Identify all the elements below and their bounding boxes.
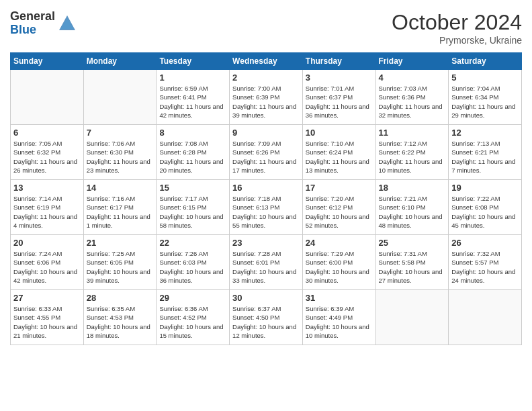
day-detail: Sunrise: 6:35 AM Sunset: 4:53 PM Dayligh…	[87, 304, 154, 340]
day-detail: Sunrise: 6:33 AM Sunset: 4:55 PM Dayligh…	[13, 304, 81, 340]
day-number: 7	[87, 128, 154, 138]
day-number: 10	[306, 128, 373, 138]
location: Prymorske, Ukraine	[392, 35, 522, 46]
day-number: 9	[232, 128, 300, 138]
day-number: 13	[13, 183, 81, 193]
day-detail: Sunrise: 7:16 AM Sunset: 6:17 PM Dayligh…	[87, 194, 154, 230]
day-number: 18	[379, 183, 446, 193]
svg-marker-1	[60, 18, 74, 29]
calendar-day-cell: 2Sunrise: 7:00 AM Sunset: 6:39 PM Daylig…	[230, 70, 303, 125]
day-number: 30	[232, 293, 300, 303]
title-block: October 2024 Prymorske, Ukraine	[392, 10, 522, 46]
calendar-day-cell: 13Sunrise: 7:14 AM Sunset: 6:19 PM Dayli…	[11, 180, 84, 235]
logo-general: General	[10, 10, 55, 24]
calendar-day-cell: 11Sunrise: 7:12 AM Sunset: 6:22 PM Dayli…	[375, 125, 449, 180]
weekday-header: Saturday	[449, 53, 522, 70]
day-detail: Sunrise: 7:00 AM Sunset: 6:39 PM Dayligh…	[232, 84, 300, 120]
day-number: 4	[379, 73, 446, 83]
weekday-header: Thursday	[302, 53, 375, 70]
calendar-day-cell: 10Sunrise: 7:10 AM Sunset: 6:24 PM Dayli…	[302, 125, 375, 180]
day-number: 15	[159, 183, 226, 193]
day-number: 24	[306, 238, 373, 248]
day-detail: Sunrise: 7:08 AM Sunset: 6:28 PM Dayligh…	[159, 139, 226, 175]
day-number: 23	[232, 238, 300, 248]
logo-blue: Blue	[10, 24, 55, 37]
calendar-day-cell: 28Sunrise: 6:35 AM Sunset: 4:53 PM Dayli…	[83, 290, 157, 345]
calendar-day-cell: 30Sunrise: 6:37 AM Sunset: 4:50 PM Dayli…	[230, 290, 303, 345]
day-number: 21	[87, 238, 154, 248]
day-number: 26	[451, 238, 519, 248]
day-detail: Sunrise: 7:25 AM Sunset: 6:05 PM Dayligh…	[87, 249, 154, 285]
day-detail: Sunrise: 7:28 AM Sunset: 6:01 PM Dayligh…	[232, 249, 300, 285]
day-detail: Sunrise: 7:29 AM Sunset: 6:00 PM Dayligh…	[306, 249, 373, 285]
weekday-header: Wednesday	[230, 53, 303, 70]
day-detail: Sunrise: 6:59 AM Sunset: 6:41 PM Dayligh…	[159, 84, 226, 120]
calendar-day-cell	[83, 70, 157, 125]
calendar-day-cell: 8Sunrise: 7:08 AM Sunset: 6:28 PM Daylig…	[157, 125, 230, 180]
day-number: 29	[159, 293, 226, 303]
day-detail: Sunrise: 7:09 AM Sunset: 6:26 PM Dayligh…	[232, 139, 300, 175]
day-detail: Sunrise: 7:22 AM Sunset: 6:08 PM Dayligh…	[451, 194, 519, 230]
calendar-day-cell: 17Sunrise: 7:20 AM Sunset: 6:12 PM Dayli…	[302, 180, 375, 235]
day-number: 5	[451, 73, 519, 83]
calendar: SundayMondayTuesdayWednesdayThursdayFrid…	[10, 52, 522, 345]
day-number: 22	[159, 238, 226, 248]
day-number: 6	[13, 128, 81, 138]
calendar-day-cell: 25Sunrise: 7:31 AM Sunset: 5:58 PM Dayli…	[375, 235, 449, 290]
day-number: 19	[451, 183, 519, 193]
day-detail: Sunrise: 6:39 AM Sunset: 4:49 PM Dayligh…	[306, 304, 373, 340]
day-number: 17	[306, 183, 373, 193]
day-number: 11	[379, 128, 446, 138]
day-detail: Sunrise: 7:05 AM Sunset: 6:32 PM Dayligh…	[13, 139, 81, 175]
day-detail: Sunrise: 7:01 AM Sunset: 6:37 PM Dayligh…	[306, 84, 373, 120]
day-detail: Sunrise: 7:21 AM Sunset: 6:10 PM Dayligh…	[379, 194, 446, 230]
calendar-day-cell: 6Sunrise: 7:05 AM Sunset: 6:32 PM Daylig…	[11, 125, 84, 180]
day-number: 12	[451, 128, 519, 138]
day-detail: Sunrise: 7:10 AM Sunset: 6:24 PM Dayligh…	[306, 139, 373, 175]
calendar-day-cell: 20Sunrise: 7:24 AM Sunset: 6:06 PM Dayli…	[11, 235, 84, 290]
day-detail: Sunrise: 7:18 AM Sunset: 6:13 PM Dayligh…	[232, 194, 300, 230]
day-number: 28	[87, 293, 154, 303]
calendar-day-cell: 21Sunrise: 7:25 AM Sunset: 6:05 PM Dayli…	[83, 235, 157, 290]
day-number: 1	[159, 73, 226, 83]
calendar-day-cell: 22Sunrise: 7:26 AM Sunset: 6:03 PM Dayli…	[157, 235, 230, 290]
day-number: 20	[13, 238, 81, 248]
day-number: 3	[306, 73, 373, 83]
day-detail: Sunrise: 7:13 AM Sunset: 6:21 PM Dayligh…	[451, 139, 519, 175]
day-detail: Sunrise: 7:32 AM Sunset: 5:57 PM Dayligh…	[451, 249, 519, 285]
day-detail: Sunrise: 7:04 AM Sunset: 6:34 PM Dayligh…	[451, 84, 519, 120]
day-detail: Sunrise: 7:06 AM Sunset: 6:30 PM Dayligh…	[87, 139, 154, 175]
day-number: 31	[306, 293, 373, 303]
day-detail: Sunrise: 7:03 AM Sunset: 6:36 PM Dayligh…	[379, 84, 446, 120]
day-detail: Sunrise: 6:36 AM Sunset: 4:52 PM Dayligh…	[159, 304, 226, 340]
day-detail: Sunrise: 7:17 AM Sunset: 6:15 PM Dayligh…	[159, 194, 226, 230]
calendar-day-cell: 29Sunrise: 6:36 AM Sunset: 4:52 PM Dayli…	[157, 290, 230, 345]
calendar-week-row: 27Sunrise: 6:33 AM Sunset: 4:55 PM Dayli…	[11, 290, 522, 345]
calendar-week-row: 6Sunrise: 7:05 AM Sunset: 6:32 PM Daylig…	[11, 125, 522, 180]
calendar-day-cell: 16Sunrise: 7:18 AM Sunset: 6:13 PM Dayli…	[230, 180, 303, 235]
day-number: 14	[87, 183, 154, 193]
calendar-day-cell: 18Sunrise: 7:21 AM Sunset: 6:10 PM Dayli…	[375, 180, 449, 235]
calendar-day-cell	[375, 290, 449, 345]
day-number: 27	[13, 293, 81, 303]
weekday-header: Sunday	[11, 53, 84, 70]
weekday-header: Monday	[83, 53, 157, 70]
page-header: General Blue October 2024 Prymorske, Ukr…	[10, 10, 522, 46]
day-number: 16	[232, 183, 300, 193]
calendar-day-cell: 24Sunrise: 7:29 AM Sunset: 6:00 PM Dayli…	[302, 235, 375, 290]
calendar-day-cell: 3Sunrise: 7:01 AM Sunset: 6:37 PM Daylig…	[302, 70, 375, 125]
calendar-day-cell: 9Sunrise: 7:09 AM Sunset: 6:26 PM Daylig…	[230, 125, 303, 180]
day-detail: Sunrise: 7:20 AM Sunset: 6:12 PM Dayligh…	[306, 194, 373, 230]
calendar-week-row: 20Sunrise: 7:24 AM Sunset: 6:06 PM Dayli…	[11, 235, 522, 290]
month-title: October 2024	[392, 10, 522, 35]
calendar-day-cell: 4Sunrise: 7:03 AM Sunset: 6:36 PM Daylig…	[375, 70, 449, 125]
day-detail: Sunrise: 7:24 AM Sunset: 6:06 PM Dayligh…	[13, 249, 81, 285]
calendar-week-row: 1Sunrise: 6:59 AM Sunset: 6:41 PM Daylig…	[11, 70, 522, 125]
calendar-day-cell	[449, 290, 522, 345]
day-detail: Sunrise: 7:26 AM Sunset: 6:03 PM Dayligh…	[159, 249, 226, 285]
calendar-day-cell: 31Sunrise: 6:39 AM Sunset: 4:49 PM Dayli…	[302, 290, 375, 345]
calendar-week-row: 13Sunrise: 7:14 AM Sunset: 6:19 PM Dayli…	[11, 180, 522, 235]
calendar-day-cell: 26Sunrise: 7:32 AM Sunset: 5:57 PM Dayli…	[449, 235, 522, 290]
calendar-day-cell: 14Sunrise: 7:16 AM Sunset: 6:17 PM Dayli…	[83, 180, 157, 235]
logo-icon	[58, 14, 77, 33]
